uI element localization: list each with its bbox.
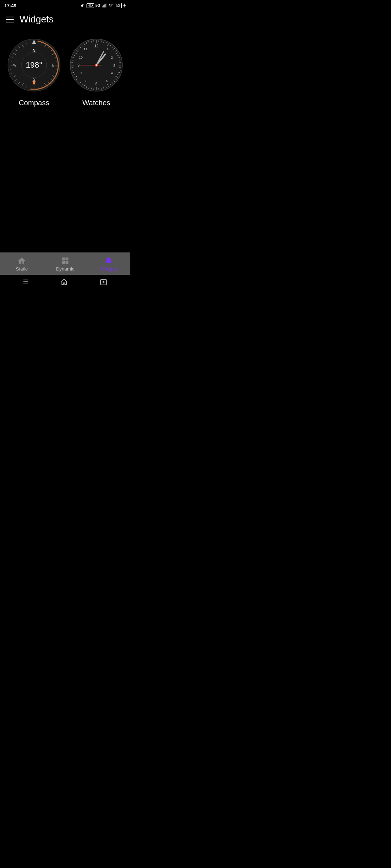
home-icon <box>17 256 26 265</box>
svg-line-70 <box>119 68 121 68</box>
system-nav-bar: ☰ <box>0 275 130 289</box>
mute-icon <box>80 3 85 8</box>
compass-visual: N S W E 198° <box>7 38 61 92</box>
watches-label: Watches <box>82 99 110 107</box>
svg-text:1: 1 <box>106 47 108 51</box>
hd-badge: HD <box>87 3 94 8</box>
svg-line-113 <box>94 40 94 42</box>
svg-rect-132 <box>62 258 65 260</box>
system-menu-icon[interactable]: ☰ <box>23 278 29 286</box>
wifi-icon <box>108 3 113 8</box>
compass-label: Compass <box>19 99 49 107</box>
bell-icon <box>104 256 113 265</box>
svg-line-98 <box>71 68 73 68</box>
widget-grid: N S W E 198° Compass <box>0 29 130 118</box>
svg-text:11: 11 <box>84 47 87 51</box>
nav-label-dynamic: Dynamic <box>56 266 75 272</box>
svg-rect-5 <box>106 3 106 7</box>
svg-rect-2 <box>103 5 104 7</box>
svg-rect-135 <box>66 261 68 264</box>
svg-text:8: 8 <box>80 71 81 75</box>
svg-text:E: E <box>52 63 55 67</box>
charging-icon <box>123 3 126 8</box>
svg-line-55 <box>99 40 99 42</box>
svg-text:10: 10 <box>79 56 83 59</box>
bottom-nav: Static Dynamic Widgets <box>0 252 130 275</box>
nav-item-static[interactable]: Static <box>0 256 43 272</box>
nav-label-static: Static <box>16 266 28 272</box>
svg-rect-134 <box>62 261 65 264</box>
svg-text:W: W <box>13 63 17 67</box>
svg-rect-1 <box>102 6 102 7</box>
svg-marker-7 <box>123 3 126 8</box>
svg-text:198°: 198° <box>26 60 42 69</box>
nav-item-dynamic[interactable]: Dynamic <box>43 256 87 272</box>
svg-point-6 <box>110 7 111 7</box>
5g-badge: 5G <box>96 4 100 8</box>
grid-icon <box>61 256 70 265</box>
nav-item-widgets[interactable]: Widgets <box>87 256 130 272</box>
svg-text:N: N <box>33 48 35 52</box>
status-icons: HD 5G 52 <box>80 3 126 8</box>
svg-text:7: 7 <box>84 79 86 83</box>
svg-text:3: 3 <box>113 63 115 67</box>
svg-rect-4 <box>105 4 105 8</box>
svg-point-131 <box>96 64 97 66</box>
svg-text:4: 4 <box>111 71 113 75</box>
nav-label-widgets: Widgets <box>100 266 117 272</box>
status-bar: 17:49 HD 5G 52 <box>0 0 130 10</box>
battery-box: 52 <box>115 3 122 8</box>
watches-widget[interactable]: 12 3 6 9 1 2 4 5 7 8 10 11 <box>67 34 126 112</box>
compass-widget[interactable]: N S W E 198° Compass <box>4 34 64 112</box>
signal-icon <box>102 3 107 8</box>
status-time: 17:49 <box>4 3 16 8</box>
clock-visual: 12 3 6 9 1 2 4 5 7 8 10 11 <box>69 38 123 92</box>
svg-line-85 <box>94 88 94 90</box>
svg-text:2: 2 <box>111 56 113 59</box>
system-back-icon[interactable] <box>100 278 108 286</box>
app-header: Widgets <box>0 10 130 29</box>
system-home-icon[interactable] <box>60 278 68 286</box>
svg-line-68 <box>119 63 121 63</box>
svg-line-83 <box>99 88 99 90</box>
menu-button[interactable] <box>6 17 14 22</box>
svg-rect-3 <box>104 4 104 7</box>
page-title: Widgets <box>20 14 54 25</box>
svg-text:5: 5 <box>106 79 108 83</box>
svg-line-100 <box>71 63 73 63</box>
svg-rect-133 <box>66 258 68 260</box>
svg-text:6: 6 <box>95 82 97 86</box>
svg-text:12: 12 <box>94 44 98 48</box>
